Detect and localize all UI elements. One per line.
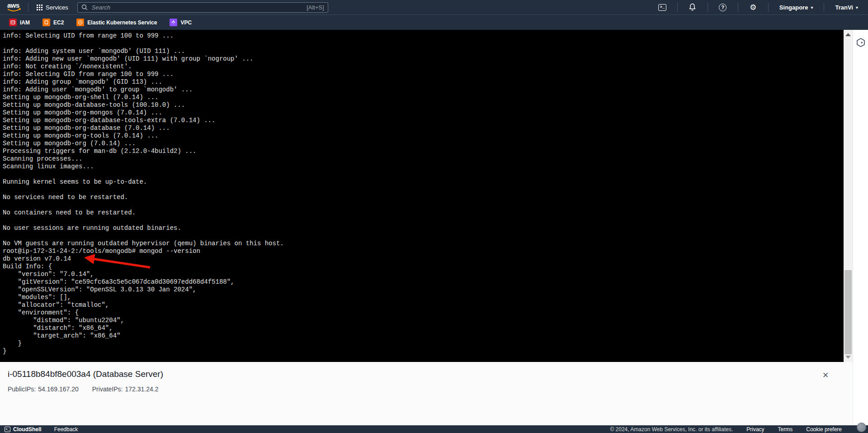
account-label: TranVi	[835, 4, 853, 11]
hexagon-icon	[856, 38, 866, 48]
footer-cloudshell-link[interactable]: CloudShell	[5, 426, 42, 433]
search-input[interactable]	[91, 4, 303, 11]
cloudshell-terminal-icon	[5, 427, 10, 432]
search-icon	[81, 4, 88, 10]
bell-icon	[689, 3, 696, 11]
settings-button[interactable]: ⚙	[745, 0, 761, 14]
cookie-preferences-link[interactable]: Cookie prefere	[806, 426, 842, 433]
favorite-ec2[interactable]: EC2	[38, 15, 68, 30]
favorite-label: EC2	[53, 19, 64, 26]
panel-close-button[interactable]: ✕	[821, 370, 830, 380]
right-side-rail	[853, 30, 868, 425]
private-ips-value: 172.31.24.2	[125, 385, 158, 393]
help-button[interactable]	[715, 0, 731, 14]
cloudshell-label: CloudShell	[13, 426, 42, 433]
nav-divider	[28, 3, 28, 12]
terminal-output: info: Selecting UID from range 100 to 99…	[3, 32, 844, 355]
notifications-button[interactable]	[685, 0, 700, 14]
favorites-bar: IAM EC2 Elastic Kubernetes Service VPC	[0, 14, 868, 30]
favorite-vpc[interactable]: VPC	[165, 15, 196, 30]
private-ips-label: PrivateIPs:	[92, 385, 123, 393]
services-grid-icon	[37, 5, 42, 10]
cloudshell-button[interactable]	[655, 0, 670, 14]
nav-divider	[738, 3, 738, 12]
ec2-service-icon	[42, 19, 50, 26]
cookie-widget-icon[interactable]	[857, 423, 866, 432]
scrollbar-up-arrow[interactable]	[845, 33, 851, 36]
instance-info-panel: i-05118b84bf8e003a4 (Database Server) Pu…	[0, 362, 852, 425]
global-search-box[interactable]: [Alt+S]	[77, 2, 328, 13]
region-selector[interactable]: Singapore ▾	[776, 0, 817, 14]
nav-divider	[824, 3, 824, 12]
side-panel-toggle-button[interactable]	[853, 33, 868, 52]
public-ips-value: 54.169.167.20	[38, 385, 79, 393]
favorite-eks[interactable]: Elastic Kubernetes Service	[72, 15, 161, 30]
footer-feedback-link[interactable]: Feedback	[54, 426, 78, 433]
cloudshell-terminal-icon	[658, 4, 666, 11]
search-shortcut-hint: [Alt+S]	[307, 4, 324, 11]
vpc-service-icon	[170, 19, 177, 26]
favorite-label: IAM	[20, 19, 30, 26]
favorite-label: VPC	[180, 19, 192, 26]
terminal-scrollbar[interactable]	[844, 30, 853, 362]
gear-icon: ⚙	[750, 4, 756, 11]
terms-link[interactable]: Terms	[778, 426, 793, 433]
aws-logo[interactable]: aws	[6, 2, 23, 13]
privacy-link[interactable]: Privacy	[746, 426, 764, 433]
aws-smile-icon	[6, 8, 23, 13]
instance-title: i-05118b84bf8e003a4 (Database Server)	[8, 369, 852, 379]
copyright-text: © 2024, Amazon Web Services, Inc. or its…	[610, 426, 733, 433]
instance-ip-info: PublicIPs: 54.169.167.20 PrivateIPs: 172…	[8, 385, 852, 393]
scrollbar-thumb[interactable]	[844, 270, 852, 354]
nav-divider	[677, 3, 678, 12]
eks-service-icon	[76, 19, 84, 26]
terminal-prompt-line: root@ip-172-31-24-2:/tools/mongodb#	[3, 355, 844, 362]
chevron-down-icon: ▾	[811, 5, 813, 10]
question-icon	[719, 4, 726, 11]
region-label: Singapore	[779, 4, 808, 11]
top-navigation-bar: aws Services [Alt+S]	[0, 0, 868, 14]
chevron-down-icon: ▾	[856, 5, 858, 10]
nav-divider	[708, 3, 708, 12]
favorite-iam[interactable]: IAM	[5, 15, 34, 30]
account-menu[interactable]: TranVi ▾	[831, 0, 862, 14]
close-icon: ✕	[822, 371, 829, 379]
nav-divider	[768, 3, 769, 12]
ssh-terminal[interactable]: info: Selecting UID from range 100 to 99…	[0, 30, 844, 362]
services-label: Services	[46, 4, 68, 11]
iam-service-icon	[9, 19, 17, 26]
favorite-label: Elastic Kubernetes Service	[87, 19, 157, 26]
scrollbar-down-arrow[interactable]	[845, 356, 851, 359]
public-ips-label: PublicIPs:	[8, 385, 36, 393]
services-menu-button[interactable]: Services	[34, 0, 71, 14]
footer-bar: CloudShell Feedback © 2024, Amazon Web S…	[0, 425, 868, 433]
